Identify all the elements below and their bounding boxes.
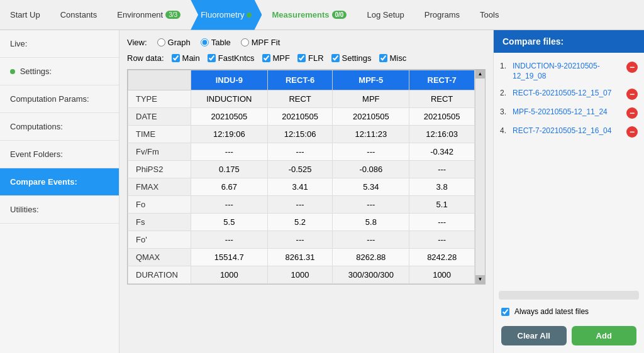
cell: 12:16:03 [409, 126, 475, 143]
view-mpffit-radio[interactable] [241, 38, 249, 46]
cell: MPF [333, 90, 409, 108]
cell: --- [267, 143, 333, 161]
rowdata-mpf-checkbox[interactable] [262, 54, 270, 62]
cell: 20210505 [267, 108, 333, 126]
cell: 1000 [409, 266, 475, 284]
rowdata-mpf[interactable]: MPF [262, 53, 290, 63]
table-row: TIME12:19:0612:15:0612:11:2312:16:03 [128, 126, 475, 143]
cell: --- [409, 214, 475, 231]
compare-scrollbar[interactable] [499, 291, 639, 300]
row-label: TYPE [128, 90, 191, 108]
scroll-down-btn[interactable]: ▼ [475, 275, 485, 284]
compare-file-item: 1. INDUCTION-9-20210505-12_19_08 − [494, 58, 644, 85]
cell: 5.2 [267, 214, 333, 231]
row-label: Fv/Fm [128, 143, 191, 161]
cell: -0.525 [267, 161, 333, 178]
nav-fluorometry[interactable]: Fluorometry [191, 0, 262, 30]
cell: 15514.7 [191, 249, 268, 266]
cell: 8261.31 [267, 249, 333, 266]
view-table-option[interactable]: Table [201, 38, 231, 47]
table-row: Fo---------5.1 [128, 196, 475, 214]
sidebar-item-live[interactable]: Live: [0, 30, 119, 58]
file-link[interactable]: MPF-5-20210505-12_11_24 [513, 107, 623, 117]
cell: 20210505 [191, 108, 268, 126]
cell: --- [191, 196, 268, 214]
rowdata-flr-label: FLR [308, 53, 324, 63]
cell: --- [409, 161, 475, 178]
cell: 12:19:06 [191, 126, 268, 143]
cell: --- [191, 231, 268, 249]
col-header-rect7: RECT-7 [409, 70, 475, 90]
table-row: DURATION10001000300/300/3001000 [128, 266, 475, 284]
table-row: FMAX6.673.415.343.8 [128, 178, 475, 196]
add-button[interactable]: Add [572, 326, 637, 345]
rowdata-settings[interactable]: Settings [331, 53, 372, 63]
cell: 5.1 [409, 196, 475, 214]
nav-startup[interactable]: Start Up [0, 0, 50, 30]
view-table-radio[interactable] [201, 38, 209, 46]
file-link[interactable]: INDUCTION-9-20210505-12_19_08 [513, 62, 623, 81]
remove-file-btn[interactable]: − [626, 89, 638, 100]
rowdata-fastkntcs-checkbox[interactable] [208, 54, 216, 62]
cell: 0.175 [191, 161, 268, 178]
file-num: 4. [500, 126, 509, 135]
cell: -0.342 [409, 143, 475, 161]
table-row: QMAX15514.78261.318262.888242.28 [128, 249, 475, 266]
table-row: Fo'------------ [128, 231, 475, 249]
rowdata-settings-checkbox[interactable] [331, 54, 340, 62]
file-num: 2. [500, 89, 509, 97]
cell: 300/300/300 [333, 266, 409, 284]
view-graph-radio[interactable] [157, 38, 165, 46]
sidebar-item-settings[interactable]: Settings: [0, 58, 119, 85]
rowdata-main[interactable]: Main [172, 53, 200, 63]
nav-bar: Start Up Constants Environment 3/3 Fluor… [0, 0, 644, 30]
sidebar-item-compare-events[interactable]: Compare Events: [0, 168, 119, 196]
rowdata-flr-checkbox[interactable] [297, 54, 306, 62]
settings-dot [10, 69, 15, 74]
nav-programs[interactable]: Programs [414, 0, 470, 30]
remove-file-btn[interactable]: − [626, 62, 638, 73]
rowdata-misc-checkbox[interactable] [379, 54, 387, 62]
table-row: TYPEINDUCTIONRECTMPFRECT [128, 90, 475, 108]
cell: INDUCTION [191, 90, 268, 108]
rowdata-misc[interactable]: Misc [379, 53, 407, 63]
nav-measurements[interactable]: Measurements 0/0 [262, 0, 357, 30]
content-area: View: Graph Table MPF Fit Row data: Main [119, 30, 493, 353]
col-header-indu9: INDU-9 [191, 70, 268, 90]
cell: --- [333, 231, 409, 249]
nav-logsetup[interactable]: Log Setup [357, 0, 414, 30]
rowdata-fastkntcs[interactable]: FastKntcs [208, 53, 255, 63]
table-row: DATE20210505202105052021050520210505 [128, 108, 475, 126]
cell: 1000 [267, 266, 333, 284]
scroll-up-btn[interactable]: ▲ [475, 70, 485, 79]
row-label: PhiPS2 [128, 161, 191, 178]
compare-files-list: 1. INDUCTION-9-20210505-12_19_08 − 2. RE… [494, 53, 644, 288]
rowdata-flr[interactable]: FLR [297, 53, 324, 63]
cell: 5.8 [333, 214, 409, 231]
sidebar-item-event-folders[interactable]: Event Folders: [0, 141, 119, 168]
main-layout: Live: Settings: Computation Params: Comp… [0, 30, 644, 353]
measurements-badge: 0/0 [332, 11, 347, 19]
always-add-row: Always add latest files [494, 302, 644, 321]
file-link[interactable]: RECT-7-20210505-12_16_04 [513, 126, 623, 136]
rowdata-fastkntcs-label: FastKntcs [218, 53, 255, 63]
row-label: Fo [128, 196, 191, 214]
view-mpffit-option[interactable]: MPF Fit [241, 38, 280, 47]
remove-file-btn[interactable]: − [626, 126, 638, 138]
sidebar-item-utilities[interactable]: Utilities: [0, 196, 119, 224]
file-link[interactable]: RECT-6-20210505-12_15_07 [513, 89, 623, 99]
empty-col-header [128, 70, 191, 90]
sidebar-item-computations[interactable]: Computations: [0, 113, 119, 141]
nav-tools[interactable]: Tools [470, 0, 509, 30]
view-graph-option[interactable]: Graph [157, 38, 191, 47]
rowdata-main-checkbox[interactable] [172, 54, 180, 62]
remove-file-btn[interactable]: − [626, 107, 638, 119]
nav-constants[interactable]: Constants [50, 0, 108, 30]
clear-all-button[interactable]: Clear All [501, 326, 567, 345]
nav-environment[interactable]: Environment 3/3 [107, 0, 191, 30]
table-scroll-area[interactable]: INDU-9 RECT-6 MPF-5 RECT-7 TYPEINDUCTION… [128, 70, 475, 284]
sidebar-item-computation-params[interactable]: Computation Params: [0, 85, 119, 113]
table-scrollbar[interactable]: ▲ ▼ [475, 70, 485, 284]
always-add-checkbox[interactable] [501, 308, 509, 316]
always-add-label: Always add latest files [514, 307, 589, 316]
